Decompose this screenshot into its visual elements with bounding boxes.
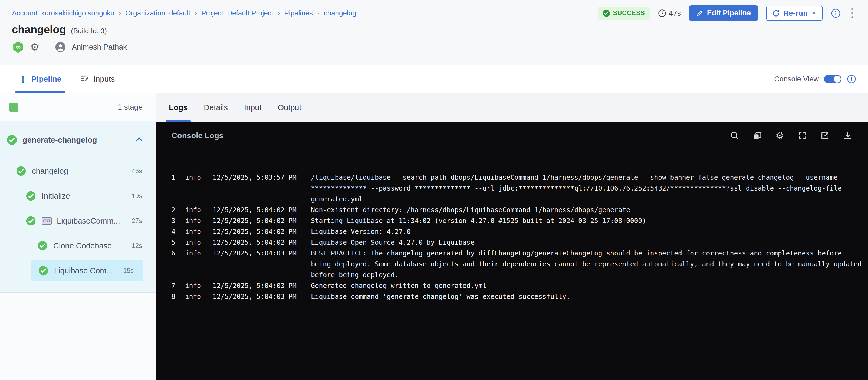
breadcrumb-separator: › [119, 9, 121, 17]
breadcrumb-organization[interactable]: Organization: default [125, 9, 190, 17]
log-line-number: 5 [167, 237, 175, 248]
stage-label: generate-changelog [23, 136, 97, 145]
log-line-number: 1 [167, 172, 175, 183]
step-duration: 27s [131, 217, 142, 225]
edit-pipeline-label: Edit Pipeline [707, 9, 751, 17]
log-line-number: 3 [167, 215, 175, 226]
log-line: 6 info 12/5/2025, 5:04:03 PM BEST PRACTI… [167, 248, 868, 281]
console-view-toggle[interactable] [824, 75, 841, 83]
refresh-icon [772, 9, 780, 17]
log-timestamp: 12/5/2025, 5:04:02 PM [213, 205, 298, 215]
step-group-icon [42, 217, 52, 225]
sidebar-empty-area [0, 293, 156, 380]
execution-duration: 47s [658, 9, 681, 18]
log-timestamp: 12/5/2025, 5:04:03 PM [213, 248, 298, 259]
chevron-up-icon[interactable] [135, 135, 143, 145]
tab-inputs[interactable]: Inputs [80, 65, 115, 93]
check-circle-icon [7, 135, 17, 145]
step-row-liquibase-group[interactable]: LiquibaseComm... 27s [0, 208, 156, 233]
stage-status-square [9, 103, 19, 112]
pipeline-icon [19, 75, 27, 83]
log-message: BEST PRACTICE: The changelog generated b… [311, 248, 868, 281]
log-line-number: 8 [167, 291, 175, 302]
log-message: Generated changelog written to generated… [311, 281, 868, 291]
open-in-new-icon[interactable] [820, 131, 830, 140]
step-label: Liquibase Com... [54, 266, 113, 275]
avatar [55, 42, 66, 53]
step-row-changelog[interactable]: changelog 46s [0, 158, 156, 183]
stage-item[interactable]: generate-changelog [0, 121, 156, 158]
info-icon[interactable] [831, 8, 841, 18]
check-circle-icon [602, 9, 610, 17]
log-timestamp: 12/5/2025, 5:04:03 PM [213, 281, 298, 291]
breadcrumb-project[interactable]: Project: Default Project [201, 9, 273, 17]
log-timestamp: 12/5/2025, 5:03:57 PM [213, 172, 298, 183]
step-row-clone-codebase[interactable]: Clone Codebase 12s [0, 233, 156, 258]
step-label: Clone Codebase [53, 241, 112, 251]
step-row-initialize[interactable]: Initialize 19s [0, 183, 156, 208]
page-title: changelog [12, 24, 66, 36]
tab-logs[interactable]: Logs [169, 93, 187, 122]
tab-input[interactable]: Input [244, 93, 261, 122]
log-level: info [185, 248, 202, 259]
breadcrumb-account[interactable]: Account: kurosakiichigo.songoku [12, 9, 115, 17]
console-header: Console Logs ⚙ [156, 122, 868, 149]
log-level: info [185, 215, 202, 226]
execution-sidebar: 1 stage generate-changelog change [0, 93, 156, 380]
log-message: Liquibase Version: 4.27.0 [311, 226, 868, 237]
step-duration: 12s [131, 242, 142, 250]
pipeline-settings-gear-icon[interactable]: ⚙ [30, 42, 39, 52]
tab-output[interactable]: Output [278, 93, 301, 122]
check-circle-icon [16, 166, 26, 176]
log-message: /liquibase/liquibase --search-path dbops… [311, 172, 868, 205]
log-line-number: 6 [167, 248, 175, 259]
log-level: info [185, 281, 202, 291]
console-log-area[interactable]: 1 info 12/5/2025, 5:03:57 PM /liquibase/… [156, 149, 868, 302]
inputs-edit-icon [80, 75, 89, 83]
tab-details[interactable]: Details [204, 93, 228, 122]
breadcrumb-pipelines[interactable]: Pipelines [284, 9, 313, 17]
log-line-number: 7 [167, 281, 175, 291]
pipeline-execution-page: Account: kurosakiichigo.songoku › Organi… [0, 0, 868, 380]
step-duration: 46s [131, 167, 142, 175]
log-timestamp: 12/5/2025, 5:04:02 PM [213, 215, 298, 226]
breadcrumb: Account: kurosakiichigo.songoku › Organi… [12, 9, 356, 17]
step-label: LiquibaseComm... [57, 216, 120, 226]
stage-summary-row: 1 stage [0, 93, 156, 121]
pencil-icon [696, 10, 703, 17]
settings-icon[interactable]: ⚙ [775, 131, 784, 141]
log-level: info [185, 226, 202, 237]
log-line: 4 info 12/5/2025, 5:04:02 PM Liquibase V… [167, 226, 868, 237]
search-icon[interactable] [730, 131, 739, 140]
console-panel: Console Logs ⚙ [156, 122, 868, 380]
edit-pipeline-button[interactable]: Edit Pipeline [689, 5, 758, 21]
status-badge: SUCCESS [598, 7, 650, 20]
stage-step-tree: generate-changelog changelog 46s [0, 121, 156, 293]
console-title: Console Logs [172, 131, 223, 140]
rerun-button[interactable]: Re-run [766, 6, 823, 21]
breadcrumb-separator: › [317, 9, 319, 17]
log-level: info [185, 237, 202, 248]
log-message: Liquibase Open Source 4.27.0 by Liquibas… [311, 237, 868, 248]
step-label: Initialize [42, 192, 70, 201]
tab-pipeline[interactable]: Pipeline [19, 65, 61, 93]
log-timestamp: 12/5/2025, 5:04:02 PM [213, 237, 298, 248]
stage-count: 1 stage [118, 103, 143, 112]
fullscreen-icon[interactable] [798, 131, 807, 140]
clock-icon [658, 9, 666, 17]
log-message: Liquibase command 'generate-changelog' w… [311, 291, 868, 302]
step-label: changelog [32, 167, 68, 176]
breadcrumb-separator: › [278, 9, 280, 17]
step-duration: 19s [131, 192, 142, 200]
console-view-info-icon[interactable] [847, 75, 856, 84]
duration-text: 47s [669, 9, 681, 18]
tab-inputs-label: Inputs [93, 75, 115, 84]
copy-icon[interactable] [753, 131, 762, 140]
download-icon[interactable] [843, 131, 852, 140]
log-line-number: 4 [167, 226, 175, 237]
log-line-number: 2 [167, 205, 175, 215]
more-options-icon[interactable] [849, 6, 856, 20]
step-duration: 15s [123, 267, 134, 274]
step-row-liquibase-command[interactable]: Liquibase Com... 15s [31, 260, 144, 282]
breadcrumb-current: changelog [324, 9, 356, 17]
